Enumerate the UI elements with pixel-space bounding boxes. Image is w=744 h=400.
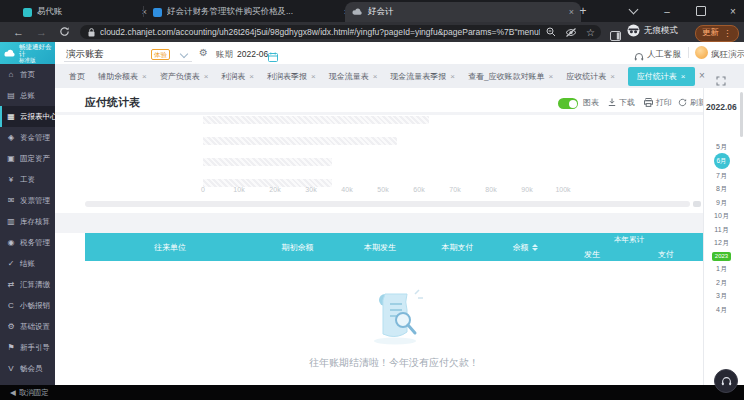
period-month[interactable]: 2月 [716,276,727,289]
axis-tick: 20k [269,186,280,193]
axis-tick: 80k [485,186,496,193]
tab-close-icon[interactable]: × [681,72,686,81]
tab-close-icon[interactable]: × [548,72,553,81]
tab-cashflow-quarterly[interactable]: 现金流量表季报× [390,71,455,82]
tab-close-icon[interactable]: × [142,72,147,81]
sidebar-item-membership[interactable]: V畅会员 [0,358,55,379]
bottom-bar: ◀ 取消固定 [0,385,744,400]
browser-tab-haokuaiji-app[interactable]: 好会计 × [345,2,581,22]
tab-receivable-statement[interactable]: 查看_应收账款对账单× [468,71,553,82]
settings-gear-icon[interactable]: ⚙ [199,47,208,58]
column-balance[interactable]: 余额 [495,233,555,261]
column-ytd-incurred[interactable]: 发生 [555,247,629,261]
column-current-paid[interactable]: 本期支付 [420,233,495,261]
download-button[interactable]: 下载 [608,97,635,108]
vertical-scrollbar[interactable] [740,92,743,137]
tab-home[interactable]: 首页 [69,71,85,82]
period-month-current[interactable]: 6月 [714,153,730,169]
sidebar-item-closing[interactable]: ✓结账 [0,253,55,274]
tab-close-icon[interactable]: × [204,72,209,81]
browser-tab-haokuaiji-site[interactable]: 好会计财务管理软件购买价格及... × [146,2,356,22]
period-month[interactable]: 1月 [716,263,727,276]
tab-close-icon[interactable]: × [373,72,378,81]
window-close-button[interactable]: × [718,0,744,22]
forward-button[interactable]: → [36,25,47,39]
sort-icon[interactable] [532,244,538,251]
tab-close-icon[interactable]: × [450,72,455,81]
window-restore-button[interactable] [686,0,716,22]
browser-update-button[interactable]: 更新 ⋮ [695,25,739,42]
print-button[interactable]: 打印 [644,97,672,108]
back-button[interactable]: ← [13,25,24,39]
period-month[interactable]: 9月 [716,196,727,209]
chart-toggle[interactable] [558,98,578,109]
sidebar-item-settings[interactable]: ⚙基础设置 [0,316,55,337]
collapse-arrow-icon[interactable]: ◀ [10,388,16,397]
tab-search-button[interactable] [618,0,648,22]
tab-balance-sheet[interactable]: 资产负债表× [160,71,209,82]
user-name[interactable]: 疯狂演示4w... [711,49,744,61]
column-current-incurred[interactable]: 本期发生 [340,233,420,261]
sidebar-item-report-center[interactable]: ▦云报表中心 [0,106,55,127]
column-opening-balance[interactable]: 期初余额 [255,233,340,261]
sidebar-item-invoice[interactable]: ✉发票管理 [0,190,55,211]
tab-income-quarterly[interactable]: 利润表季报× [267,71,316,82]
divider [55,213,703,233]
period-month[interactable]: 11月 [714,223,728,236]
tab-payable-stats[interactable]: 应付统计表× [628,67,695,86]
sidebar-item-fixed-assets[interactable]: ▣固定资产 [0,148,55,169]
period-month[interactable]: 12月 [714,236,729,249]
period-month[interactable]: 10月 [714,210,729,223]
sidebar-item-inventory[interactable]: ▥库存核算 [0,211,55,232]
reload-button[interactable] [59,26,70,40]
skeleton-bar [203,158,332,166]
eye-blocked-icon[interactable] [565,28,577,37]
sidebar-item-payroll[interactable]: ¥工资 [0,169,55,190]
lock-icon[interactable] [88,28,95,37]
sidebar-item-settlement[interactable]: ⇄汇算清缴 [0,274,55,295]
tab-aux-balance[interactable]: 辅助余额表× [98,71,147,82]
horizontal-scrollbar[interactable] [85,201,690,207]
period-month[interactable]: 3月 [716,290,727,303]
period-month[interactable]: 8月 [716,183,727,196]
browser-tab-yidaizhang[interactable]: 易代账 × [16,2,154,22]
new-tab-button[interactable]: + [572,0,594,22]
url-text[interactable]: cloud2.chanjet.com/accounting/uh26t264j5… [100,27,540,37]
period-month[interactable]: 7月 [716,169,727,182]
browser-menu-icon[interactable]: ⋮ [723,28,732,38]
support-link[interactable]: 人工客服 [647,49,681,61]
rail-current-period[interactable]: 2022.06 [706,102,737,112]
tab-receivable-stats[interactable]: 应收统计表× [566,71,615,82]
unpin-label[interactable]: 取消固定 [19,388,49,398]
account-set-name[interactable]: 演示账套 [66,48,104,61]
zoom-out-icon[interactable] [546,27,556,37]
horizontal-scrollbar-end[interactable] [693,201,701,207]
bookmark-star-icon[interactable]: ☆ [586,27,595,38]
window-minimize-button[interactable]: – [652,0,682,22]
tab-close-icon[interactable]: × [610,72,615,81]
assistant-button[interactable] [714,369,738,393]
sidebar-item-expense[interactable]: C小畅报销 [0,295,55,316]
period-month[interactable]: 5月 [716,140,727,153]
workspace-tab-bar: 首页 辅助余额表× 资产负债表× 利润表× 利润表季报× 现金流量表× 现金流量… [55,64,744,88]
refresh-button[interactable]: 刷新 [678,97,706,108]
tab-close-icon[interactable]: × [249,72,254,81]
tab-income-statement[interactable]: 利润表× [221,71,254,82]
logo-cloud-icon [4,49,16,58]
sidebar-item-funds[interactable]: ◈资金管理 [0,127,55,148]
sidebar-item-general-ledger[interactable]: ▤总账 [0,85,55,106]
address-bar[interactable]: cloud2.chanjet.com/accounting/uh26t264j5… [80,25,601,39]
avatar[interactable] [695,46,708,59]
incognito-badge[interactable]: 无痕模式 [627,24,678,37]
period-month[interactable]: 4月 [716,303,727,316]
sidebar-item-guide[interactable]: ⚑新手引导 [0,337,55,358]
tab-cashflow[interactable]: 现金流量表× [329,71,378,82]
column-partner[interactable]: 往来单位 [85,233,255,261]
sidebar-item-home[interactable]: ⌂首页 [0,64,55,85]
sidebar-item-tax[interactable]: ◉税务管理 [0,232,55,253]
tab-close-icon[interactable]: × [311,72,316,81]
close-all-tabs-icon[interactable]: × [699,70,705,81]
column-ytd-paid[interactable]: 支付 [629,247,703,261]
period-value[interactable]: 2022-06 [237,49,268,59]
guide-icon: ⚑ [6,343,16,352]
